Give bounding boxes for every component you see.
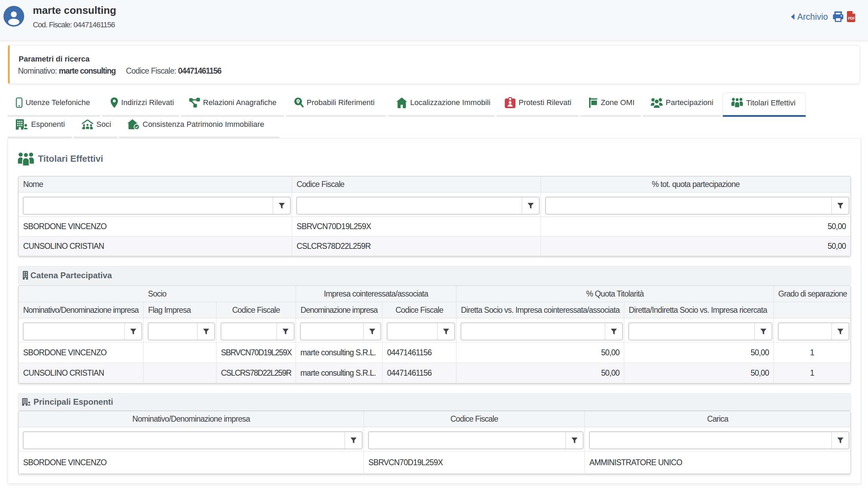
svg-text:PDF: PDF	[848, 17, 855, 20]
